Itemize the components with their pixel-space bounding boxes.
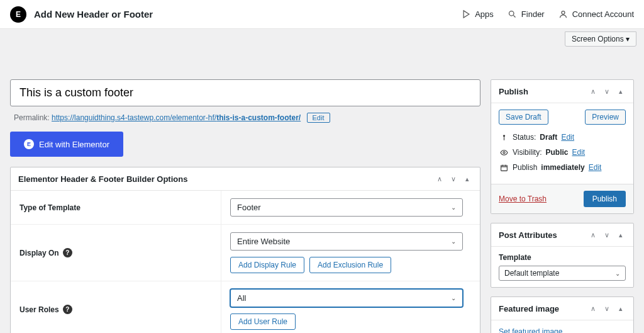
eye-icon: [499, 147, 509, 157]
caret-down-icon: ⌄: [451, 238, 456, 245]
options-metabox: Elementor Header & Footer Builder Option…: [10, 167, 480, 333]
apps-label: Apps: [475, 9, 494, 19]
visibility-line: Visibility: Public Edit: [499, 147, 626, 157]
caret-down-icon: ⌄: [451, 204, 456, 211]
chevron-up-icon[interactable]: ∧: [588, 303, 598, 313]
page-title: Add New Header or Footer: [34, 9, 153, 20]
template-select[interactable]: Default template ⌄: [499, 266, 626, 281]
preview-button[interactable]: Preview: [585, 110, 626, 125]
permalink-url[interactable]: https://languidthing.s4-tastewp.com/elem…: [52, 113, 301, 122]
collapse-icon[interactable]: ▴: [616, 230, 626, 240]
svg-point-0: [509, 11, 514, 16]
type-label: Type of Template: [11, 191, 221, 224]
connect-label: Connect Account: [572, 9, 634, 19]
schedule-edit-link[interactable]: Edit: [589, 163, 602, 172]
search-icon: [508, 9, 518, 20]
finder-label: Finder: [521, 9, 545, 19]
status-edit-link[interactable]: Edit: [561, 133, 574, 142]
permalink-row: Permalink: https://languidthing.s4-taste…: [14, 113, 480, 123]
caret-down-icon: ⌄: [615, 270, 620, 277]
publish-title: Publish: [499, 87, 528, 96]
user-roles-row: User Roles ? All ⌄ Add User Rule: [11, 281, 480, 333]
permalink-label: Permalink:: [14, 113, 50, 122]
chevron-down-icon[interactable]: ∨: [602, 303, 612, 313]
chevron-up-icon[interactable]: ∧: [588, 86, 598, 96]
status-line: Status: Draft Edit: [499, 132, 626, 142]
display-select[interactable]: Entire Website ⌄: [230, 232, 463, 251]
chevron-down-icon[interactable]: ∨: [602, 86, 612, 96]
collapse-icon[interactable]: ▴: [616, 86, 626, 96]
add-user-rule-button[interactable]: Add User Rule: [230, 313, 296, 330]
caret-down-icon: ⌄: [451, 295, 456, 302]
post-attributes-box: Post Attributes ∧ ∨ ▴ Template Default t…: [491, 223, 634, 288]
featured-title: Featured image: [499, 304, 559, 313]
save-draft-button[interactable]: Save Draft: [499, 110, 548, 125]
publish-button[interactable]: Publish: [584, 191, 626, 207]
add-display-rule-button[interactable]: Add Display Rule: [230, 257, 304, 273]
permalink-edit-button[interactable]: Edit: [307, 113, 330, 123]
screen-options-toggle[interactable]: Screen Options ▾: [565, 31, 636, 47]
help-icon[interactable]: ?: [63, 305, 72, 314]
svg-point-1: [562, 11, 565, 14]
roles-label: User Roles: [19, 305, 59, 314]
publish-box: Publish ∧ ∨ ▴ Save Draft Preview Status:…: [491, 79, 634, 214]
svg-rect-4: [501, 165, 507, 171]
elementor-logo-icon: E: [10, 6, 26, 23]
template-label: Template: [499, 253, 626, 262]
collapse-icon[interactable]: ▴: [616, 303, 626, 313]
chevron-down-icon[interactable]: ∨: [448, 174, 458, 184]
add-exclusion-rule-button[interactable]: Add Exclusion Rule: [309, 257, 391, 273]
svg-point-2: [502, 135, 504, 137]
calendar-icon: [499, 162, 509, 172]
display-on-row: Display On ? Entire Website ⌄ Add Displa…: [11, 225, 480, 281]
edit-with-elementor-button[interactable]: E Edit with Elementor: [10, 132, 123, 157]
collapse-icon[interactable]: ▴: [462, 174, 472, 184]
svg-point-3: [502, 151, 504, 153]
apps-link[interactable]: Apps: [461, 9, 494, 20]
finder-link[interactable]: Finder: [508, 9, 545, 20]
attributes-title: Post Attributes: [499, 230, 557, 240]
roles-select[interactable]: All ⌄: [230, 289, 463, 307]
edit-elementor-label: Edit with Elementor: [39, 140, 109, 149]
help-icon[interactable]: ?: [63, 248, 72, 257]
visibility-edit-link[interactable]: Edit: [572, 148, 585, 157]
schedule-line: Publish immediately Edit: [499, 162, 626, 172]
pin-icon: [499, 132, 509, 142]
apps-icon: [461, 9, 471, 20]
elementor-icon: E: [24, 139, 34, 149]
chevron-up-icon[interactable]: ∧: [435, 174, 445, 184]
user-icon: [558, 9, 569, 20]
top-bar: E Add New Header or Footer Apps Finder C…: [0, 0, 644, 29]
options-title: Elementor Header & Footer Builder Option…: [18, 174, 187, 184]
type-of-template-row: Type of Template Footer ⌄: [11, 191, 480, 225]
chevron-down-icon[interactable]: ∨: [602, 230, 612, 240]
type-select[interactable]: Footer ⌄: [230, 198, 463, 217]
set-featured-image-link[interactable]: Set featured image: [499, 327, 562, 333]
move-to-trash-link[interactable]: Move to Trash: [499, 195, 547, 203]
featured-image-box: Featured image ∧ ∨ ▴ Set featured image: [491, 296, 634, 333]
connect-account-link[interactable]: Connect Account: [558, 9, 634, 20]
post-title-input[interactable]: [10, 79, 480, 106]
chevron-up-icon[interactable]: ∧: [588, 230, 598, 240]
display-label: Display On: [19, 249, 59, 257]
